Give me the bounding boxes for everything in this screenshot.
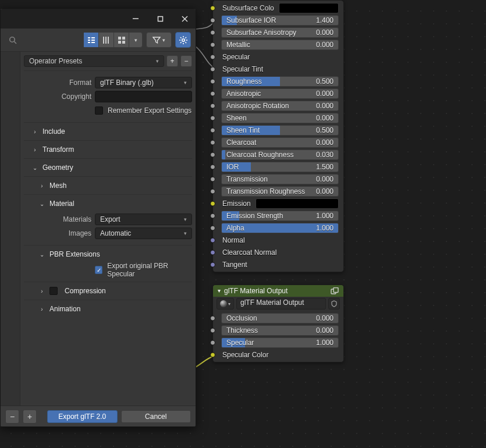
export-button[interactable]: Export glTF 2.0 xyxy=(47,410,118,423)
out-row-specular-color[interactable]: Specular Color xyxy=(213,349,343,361)
input-socket[interactable] xyxy=(210,5,215,10)
out-row-specular[interactable]: Specular1.000 xyxy=(213,336,343,349)
minimize-button[interactable] xyxy=(129,12,142,25)
preset-remove-button[interactable]: − xyxy=(180,55,192,67)
bsdf-row-anisotropic-rotation[interactable]: Anisotropic Rotation0.000 xyxy=(213,99,343,112)
bsdf-row-emission-strength[interactable]: Emission Strength1.000 xyxy=(213,209,343,222)
collapse-icon[interactable]: ▾ xyxy=(218,285,221,297)
bsdf-row-specular-tint[interactable]: Specular Tint xyxy=(213,63,343,75)
resize-handle-icon[interactable]: ⌃ xyxy=(95,418,101,424)
node-name-input[interactable]: glTF Material Output xyxy=(236,298,326,310)
input-socket[interactable] xyxy=(210,164,215,169)
input-socket[interactable] xyxy=(210,152,215,157)
input-socket[interactable] xyxy=(210,140,215,145)
remember-settings-checkbox[interactable] xyxy=(95,106,103,115)
input-socket[interactable] xyxy=(210,225,215,230)
input-socket[interactable] xyxy=(210,127,215,133)
bsdf-row-metallic[interactable]: Metallic0.000 xyxy=(213,38,343,51)
input-socket[interactable] xyxy=(210,91,215,96)
gltf-material-output-node[interactable]: ▾ glTF Material Output ▾ glTF Material O… xyxy=(212,285,344,362)
thumbnails-icon[interactable] xyxy=(114,33,129,47)
section-compression[interactable]: ›Compression xyxy=(24,285,192,297)
value-slider[interactable]: Metallic0.000 xyxy=(221,40,339,50)
out-row-occlusion[interactable]: Occlusion0.000 xyxy=(213,312,343,324)
bsdf-row-clearcoat-roughness[interactable]: Clearcoat Roughness0.030 xyxy=(213,148,343,161)
value-slider[interactable]: Transmission Roughness0.000 xyxy=(221,186,339,197)
input-socket[interactable] xyxy=(210,250,215,255)
value-slider[interactable]: Roughness0.500 xyxy=(221,76,339,87)
bsdf-row-normal[interactable]: Normal xyxy=(213,234,343,246)
section-pbr-extensions[interactable]: ⌄PBR Extensions xyxy=(24,248,192,261)
input-socket[interactable] xyxy=(210,340,215,345)
value-slider[interactable]: Clearcoat0.000 xyxy=(221,137,339,148)
value-slider[interactable]: Subsurface Anisotropy0.000 xyxy=(221,27,339,38)
value-slider[interactable]: Occlusion0.000 xyxy=(221,313,339,323)
value-slider[interactable]: Transmission0.000 xyxy=(221,174,339,184)
search-icon[interactable] xyxy=(5,33,20,48)
bsdf-row-subsurface-ior[interactable]: Subsurface IOR1.400 xyxy=(213,14,343,26)
value-slider[interactable]: IOR1.500 xyxy=(221,162,339,172)
bsdf-row-subsurface-colo[interactable]: Subsurface Colo xyxy=(213,2,343,14)
value-slider[interactable]: Anisotropic Rotation0.000 xyxy=(221,101,339,111)
input-socket[interactable] xyxy=(210,328,215,333)
bsdf-row-alpha[interactable]: Alpha1.000 xyxy=(213,222,343,234)
bsdf-row-sheen-tint[interactable]: Sheen Tint0.500 xyxy=(213,124,343,136)
input-socket[interactable] xyxy=(210,262,215,267)
section-include[interactable]: ›Include xyxy=(24,125,192,138)
value-slider[interactable]: Clearcoat Roughness0.030 xyxy=(221,150,339,160)
list-horizontal-icon[interactable] xyxy=(99,33,114,47)
export-pbr-specular-checkbox[interactable] xyxy=(95,266,102,274)
bsdf-row-roughness[interactable]: Roughness0.500 xyxy=(213,75,343,87)
bsdf-row-ior[interactable]: IOR1.500 xyxy=(213,161,343,173)
zoom-in-button[interactable]: + xyxy=(23,410,37,424)
value-slider[interactable]: Thickness0.000 xyxy=(221,325,339,336)
input-socket[interactable] xyxy=(210,115,215,120)
shield-icon[interactable] xyxy=(328,298,340,310)
bsdf-row-anisotropic[interactable]: Anisotropic0.000 xyxy=(213,87,343,99)
input-socket[interactable] xyxy=(210,213,215,218)
list-vertical-icon[interactable] xyxy=(84,33,99,47)
input-socket[interactable] xyxy=(210,42,215,47)
input-socket[interactable] xyxy=(210,189,215,194)
section-transform[interactable]: ›Transform xyxy=(24,143,192,156)
materials-select[interactable]: Export▾ xyxy=(95,214,192,225)
value-slider[interactable]: Sheen Tint0.500 xyxy=(221,125,339,136)
overlap-icon[interactable] xyxy=(331,287,339,294)
preset-add-button[interactable]: + xyxy=(166,55,178,67)
images-select[interactable]: Automatic▾ xyxy=(95,227,192,239)
bsdf-row-subsurface-anisotropy[interactable]: Subsurface Anisotropy0.000 xyxy=(213,26,343,38)
input-socket[interactable] xyxy=(210,17,215,23)
value-slider[interactable]: Specular1.000 xyxy=(221,337,339,348)
input-socket[interactable] xyxy=(210,201,215,206)
input-socket[interactable] xyxy=(210,54,215,59)
input-socket[interactable] xyxy=(210,79,215,84)
value-slider[interactable]: Anisotropic0.000 xyxy=(221,88,339,99)
value-slider[interactable]: Alpha1.000 xyxy=(221,223,339,233)
material-browse-button[interactable]: ▾ xyxy=(217,298,234,310)
bsdf-row-clearcoat[interactable]: Clearcoat0.000 xyxy=(213,136,343,148)
input-socket[interactable] xyxy=(210,66,215,72)
bsdf-row-transmission-roughness[interactable]: Transmission Roughness0.000 xyxy=(213,185,343,197)
close-button[interactable] xyxy=(178,12,191,25)
display-mode-pills[interactable]: ▾ xyxy=(83,32,143,48)
bsdf-row-emission[interactable]: Emission xyxy=(213,197,343,209)
out-row-thickness[interactable]: Thickness0.000 xyxy=(213,324,343,336)
section-animation[interactable]: ›Animation xyxy=(24,303,192,315)
operator-presets-select[interactable]: Operator Presets ▾ xyxy=(24,55,164,67)
bsdf-row-sheen[interactable]: Sheen0.000 xyxy=(213,112,343,124)
bsdf-row-clearcoat-normal[interactable]: Clearcoat Normal xyxy=(213,246,343,258)
input-socket[interactable] xyxy=(210,352,215,357)
color-well[interactable] xyxy=(256,198,339,209)
format-select[interactable]: glTF Binary (.glb)▾ xyxy=(95,77,192,88)
input-socket[interactable] xyxy=(210,237,215,243)
section-geometry[interactable]: ⌄Geometry xyxy=(24,161,192,174)
input-socket[interactable] xyxy=(210,30,215,35)
input-socket[interactable] xyxy=(210,315,215,321)
window-titlebar[interactable] xyxy=(1,9,196,29)
bsdf-row-transmission[interactable]: Transmission0.000 xyxy=(213,173,343,185)
principled-bsdf-node[interactable]: Subsurface ColoSubsurface IOR1.400Subsur… xyxy=(212,0,344,272)
filter-button[interactable]: ▾ xyxy=(146,32,172,48)
cancel-button[interactable]: Cancel xyxy=(121,410,191,423)
value-slider[interactable]: Emission Strength1.000 xyxy=(221,211,339,221)
section-mesh[interactable]: ›Mesh xyxy=(24,179,192,192)
